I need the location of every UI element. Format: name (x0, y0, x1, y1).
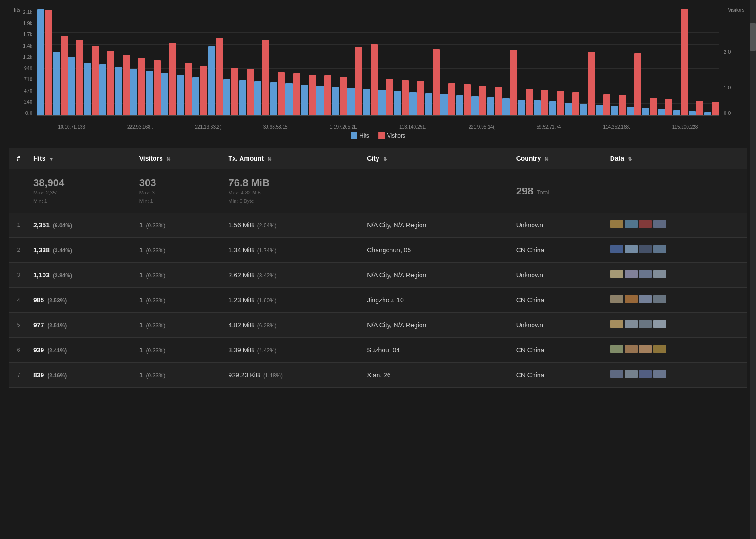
cell-tx: 3.39 MiB (4.42%) (223, 338, 362, 363)
bar-visitors (696, 101, 703, 115)
bar-hits (270, 82, 277, 115)
summary-country: 298 Total (511, 169, 605, 213)
bar-hits (363, 89, 370, 115)
x-label: 222.93.168.. (127, 125, 153, 130)
cell-hits: 1,338 (3.44%) (28, 238, 134, 263)
city-sort-icon: ⇅ (383, 157, 387, 162)
scrollbar-thumb[interactable] (750, 23, 756, 51)
bar-hits (84, 63, 91, 116)
bar-hits (704, 112, 711, 115)
data-sort-icon: ⇅ (628, 157, 632, 162)
bar-visitors (45, 10, 52, 115)
col-header-country[interactable]: Country ⇅ (511, 148, 605, 169)
scrollbar[interactable] (750, 0, 756, 539)
country-sort-icon: ⇅ (545, 157, 548, 162)
col-header-tx[interactable]: Tx. Amount ⇅ (223, 148, 362, 169)
bar-visitors (107, 51, 114, 115)
bar-hits (487, 97, 494, 115)
bar-group (409, 9, 424, 115)
cell-city: Jingzhou, 10 (361, 288, 510, 313)
cell-data (605, 338, 747, 363)
bar-hits (285, 83, 292, 115)
bar-hits (689, 111, 696, 115)
bar-visitors (247, 69, 254, 115)
bar-group (99, 9, 114, 115)
bar-group (704, 9, 719, 115)
cell-hits: 985 (2.53%) (28, 288, 134, 313)
bar-visitors (619, 95, 626, 115)
bar-hits (456, 95, 463, 116)
y-label-left: 1.7k (23, 31, 32, 37)
bar-visitors (355, 47, 362, 115)
bar-group (115, 9, 130, 115)
data-thumb (610, 345, 623, 353)
cell-country: CN China (511, 288, 605, 313)
bar-hits (239, 80, 246, 115)
bar-visitors (712, 102, 719, 115)
bar-hits (611, 106, 618, 115)
bar-visitors (324, 75, 331, 115)
bar-hits (161, 73, 168, 115)
bar-visitors (557, 91, 564, 115)
data-thumb (610, 320, 623, 328)
bar-group (53, 9, 68, 115)
bar-visitors (231, 68, 238, 115)
bar-group (332, 9, 347, 115)
bar-visitors (154, 60, 161, 115)
cell-hits: 1,103 (2.84%) (28, 263, 134, 288)
table-header-row: # Hits ▼ Visitors ⇅ Tx. Amount ⇅ City ⇅ (9, 148, 747, 169)
bar-group (192, 9, 207, 115)
bar-visitors (200, 66, 207, 115)
table-row: 6 939 (2.41%) 1 (0.33%) 3.39 MiB (4.42%)… (9, 338, 747, 363)
bar-hits (658, 109, 665, 115)
bar-group (642, 9, 657, 115)
bar-visitors (371, 44, 378, 115)
data-thumb (625, 320, 638, 328)
chart-x-labels: 10.10.71.133222.93.168..221.13.63.2(39.6… (37, 125, 719, 130)
chart-container: Hits Visitors 2.1k1.9k1.7k1.4k1.2k940710… (9, 5, 747, 139)
data-thumb (639, 370, 652, 378)
bar-group (627, 9, 642, 115)
bar-hits (192, 77, 199, 115)
data-thumb (653, 245, 666, 253)
bar-visitors (433, 49, 440, 115)
col-header-hits[interactable]: Hits ▼ (28, 148, 134, 169)
bar-group (347, 9, 362, 115)
col-header-city[interactable]: City ⇅ (361, 148, 510, 169)
x-label: 221.9.95.14( (468, 125, 494, 130)
x-label: 113.140.251. (399, 125, 426, 130)
data-table: # Hits ▼ Visitors ⇅ Tx. Amount ⇅ City ⇅ (9, 148, 747, 388)
bar-group (316, 9, 331, 115)
bar-visitors (386, 79, 393, 115)
bar-group (146, 9, 161, 115)
cell-visitors: 1 (0.33%) (134, 238, 223, 263)
bar-hits (409, 92, 416, 115)
cell-data (605, 288, 747, 313)
bar-hits (534, 100, 541, 115)
bar-hits (332, 87, 339, 115)
bar-group (37, 9, 52, 115)
bar-group (68, 9, 83, 115)
cell-country: CN China (511, 338, 605, 363)
bar-hits (425, 93, 432, 115)
cell-hits: 977 (2.51%) (28, 313, 134, 338)
svg-rect-0 (351, 132, 357, 139)
bar-visitors (650, 98, 657, 115)
table-row: 3 1,103 (2.84%) 1 (0.33%) 2.62 MiB (3.42… (9, 263, 747, 288)
x-label: 221.13.63.2( (195, 125, 221, 130)
summary-city (361, 169, 510, 213)
bar-visitors (510, 50, 517, 115)
cell-data (605, 263, 747, 288)
bar-visitors (123, 55, 130, 115)
data-thumb (625, 220, 638, 228)
bar-hits (580, 104, 587, 115)
bar-visitors (417, 81, 424, 115)
col-header-visitors[interactable]: Visitors ⇅ (134, 148, 223, 169)
cell-data (605, 213, 747, 238)
bar-visitors (216, 38, 223, 115)
bar-hits (518, 100, 525, 115)
cell-data (605, 313, 747, 338)
cell-city: Xian, 26 (361, 363, 510, 388)
col-header-data[interactable]: Data ⇅ (605, 148, 747, 169)
x-label: 115.200.228 (672, 125, 698, 130)
